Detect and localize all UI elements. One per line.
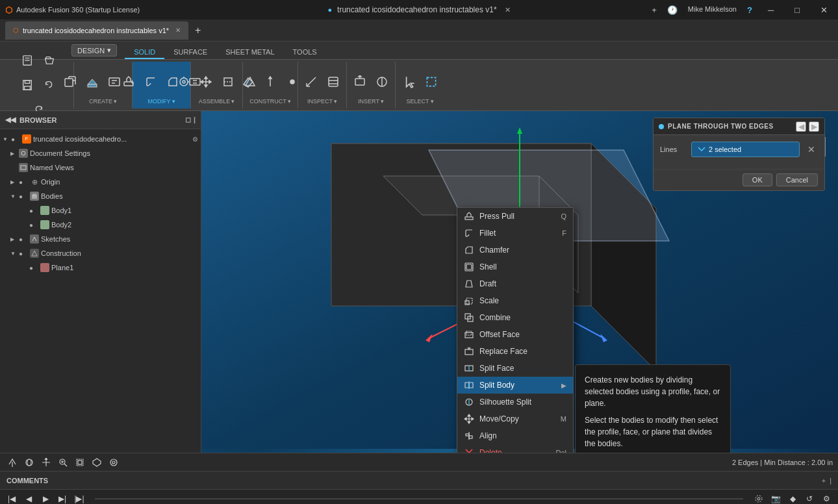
menu-item-offset-face[interactable]: Offset Face	[457, 326, 573, 343]
plane-lines-close-btn[interactable]: ✕	[805, 143, 818, 156]
menu-item-split-face[interactable]: Split Face	[457, 360, 573, 377]
tab-close[interactable]: ✕	[175, 27, 181, 34]
browser-item-named-views[interactable]: ▶ Named Views	[0, 160, 201, 175]
menu-item-delete[interactable]: Delete Del	[457, 444, 573, 453]
comments-add-btn[interactable]: +	[822, 477, 826, 485]
timeline-end-btn[interactable]: |▶|	[73, 492, 86, 505]
select-label[interactable]: SELECT ▾	[406, 98, 433, 105]
construct-plane-btn[interactable]	[238, 70, 259, 94]
plane-lines-select[interactable]: 2 selected	[691, 142, 800, 157]
timeline-prev-btn[interactable]: ◀	[22, 492, 35, 505]
menu-item-chamfer[interactable]: Chamfer	[457, 242, 573, 258]
viewport[interactable]: TOP RIGHT FRONT PLANE THROUGH TWO EDGES …	[201, 111, 838, 453]
minimize-btn[interactable]: ─	[763, 5, 779, 15]
browser-item-bodies[interactable]: ▼ ● Bodies	[0, 189, 201, 203]
undo-btn[interactable]	[39, 73, 60, 97]
insert-decal-btn[interactable]	[372, 70, 392, 94]
browser-item-plane1[interactable]: ● Plane1	[0, 260, 201, 275]
create-extrude-btn[interactable]	[82, 70, 103, 94]
menu-item-draft[interactable]: Draft	[457, 275, 573, 292]
panel-prev-btn[interactable]: ◀	[796, 121, 806, 132]
fit-btn[interactable]	[73, 455, 87, 470]
select-box-btn[interactable]	[421, 70, 442, 94]
home-view-btn[interactable]	[5, 455, 19, 470]
modify-fillet-btn[interactable]	[140, 70, 161, 94]
origin-eye-icon[interactable]: ●	[19, 179, 28, 186]
modify-press-pull-btn[interactable]	[118, 70, 139, 94]
timeline-play-btn[interactable]: ▶	[39, 492, 52, 505]
add-tab-btn[interactable]: +	[191, 25, 205, 36]
timeline-gear-btn[interactable]: ⚙	[820, 492, 833, 505]
panel-next-btn[interactable]: ▶	[809, 121, 819, 132]
menu-item-move-copy[interactable]: Move/Copy M	[457, 410, 573, 427]
construct-label[interactable]: CONSTRUCT ▾	[249, 98, 291, 105]
browser-collapse-icon[interactable]: ◻	[185, 116, 191, 124]
timeline-track[interactable]	[95, 498, 743, 499]
construct-axis-btn[interactable]	[260, 70, 281, 94]
browser-item-origin[interactable]: ▶ ● ⊕ Origin	[0, 175, 201, 189]
body1-eye-icon[interactable]: ●	[29, 207, 38, 214]
assemble-joint-btn[interactable]	[173, 70, 194, 94]
plane-cancel-btn[interactable]: Cancel	[776, 173, 818, 186]
open-btn[interactable]	[39, 49, 60, 72]
browser-item-construction[interactable]: ▼ ● Construction	[0, 246, 201, 260]
design-dropdown[interactable]: DESIGN ▾	[71, 44, 117, 57]
browser-pin-icon[interactable]: |	[194, 116, 196, 124]
menu-item-fillet[interactable]: Fillet F	[457, 225, 573, 242]
insert-canvas-btn[interactable]	[349, 70, 370, 94]
timeline-loop-btn[interactable]: ↺	[803, 492, 816, 505]
browser-root[interactable]: ▼ ● F truncated icosidodecahedro... ⚙	[0, 132, 201, 146]
menu-item-combine[interactable]: Combine	[457, 309, 573, 326]
timeline-start-btn[interactable]: |◀	[5, 492, 18, 505]
assemble-move-btn[interactable]	[196, 70, 216, 94]
display-settings-btn[interactable]	[107, 455, 121, 470]
insert-label[interactable]: INSERT ▾	[358, 98, 384, 105]
create-new-body-btn[interactable]	[60, 70, 81, 94]
sketches-eye-icon[interactable]: ●	[19, 236, 28, 243]
root-eye-icon[interactable]: ●	[11, 136, 20, 143]
orbit-btn[interactable]	[22, 455, 36, 470]
browser-item-body1[interactable]: ● Body1	[0, 203, 201, 218]
maximize-btn[interactable]: □	[789, 5, 805, 15]
timeline-next-btn[interactable]: ▶|	[56, 492, 69, 505]
pan-btn[interactable]	[39, 455, 53, 470]
plane-ok-btn[interactable]: OK	[743, 173, 772, 186]
root-settings-icon[interactable]: ⚙	[192, 136, 198, 143]
assemble-section-btn[interactable]	[218, 70, 238, 94]
bodies-eye-icon[interactable]: ●	[19, 193, 28, 200]
construction-eye-icon[interactable]: ●	[19, 250, 28, 257]
new-btn[interactable]	[17, 49, 38, 72]
browser-collapse-btn[interactable]: ◀◀	[5, 116, 16, 124]
tab-close-btn[interactable]: ✕	[505, 6, 511, 14]
inspect-measure-btn[interactable]	[301, 70, 322, 94]
inspect-zebra-btn[interactable]	[323, 70, 344, 94]
save-btn[interactable]	[17, 73, 38, 97]
menu-item-shell[interactable]: Shell	[457, 258, 573, 275]
plane1-eye-icon[interactable]: ●	[29, 264, 38, 271]
timeline-settings-btn[interactable]	[752, 492, 765, 505]
menu-item-scale[interactable]: Scale	[457, 292, 573, 309]
main-tab[interactable]: ⬡ truncated icosidodecahedron instructab…	[5, 21, 188, 40]
select-arrow-btn[interactable]	[399, 70, 420, 94]
tab-solid[interactable]: SOLID	[125, 46, 164, 59]
browser-item-body2[interactable]: ● Body2	[0, 218, 201, 232]
menu-item-split-body[interactable]: Split Body ▶	[457, 377, 573, 394]
tab-tools[interactable]: TOOLS	[284, 46, 326, 59]
close-btn[interactable]: ✕	[815, 5, 833, 15]
body2-eye-icon[interactable]: ●	[29, 221, 38, 229]
browser-item-doc-settings[interactable]: ▶ Document Settings	[0, 146, 201, 160]
browser-item-sketches[interactable]: ▶ ● Sketches	[0, 232, 201, 246]
new-tab-btn[interactable]: +	[652, 5, 657, 15]
modify-label[interactable]: MODIFY ▾	[148, 98, 175, 105]
timeline-keyframe-btn[interactable]: ◆	[786, 492, 799, 505]
menu-item-replace-face[interactable]: Replace Face	[457, 343, 573, 360]
help-btn[interactable]: ?	[747, 5, 752, 15]
assemble-label[interactable]: ASSEMBLE ▾	[199, 98, 235, 105]
menu-item-press-pull[interactable]: Press Pull Q	[457, 208, 573, 225]
timeline-camera-btn[interactable]: 📷	[769, 492, 782, 505]
view-cube-btn[interactable]	[90, 455, 104, 470]
comments-panel-btn[interactable]: |	[830, 477, 832, 485]
inspect-label[interactable]: INSPECT ▾	[307, 98, 337, 105]
history-btn[interactable]: 🕐	[667, 5, 678, 15]
tab-sheet-metal[interactable]: SHEET METAL	[216, 46, 283, 59]
